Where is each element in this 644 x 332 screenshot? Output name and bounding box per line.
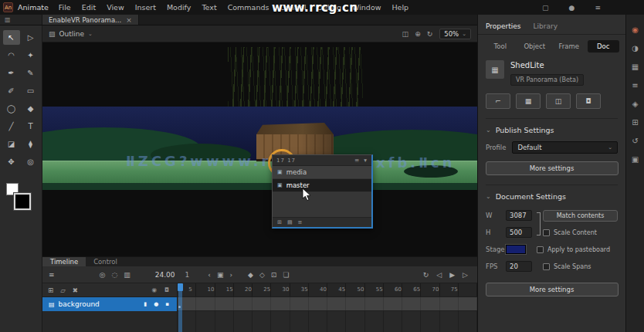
- menu-edit[interactable]: Edit: [76, 0, 101, 15]
- menu-help[interactable]: Help: [386, 0, 414, 15]
- tab-timeline[interactable]: Timeline: [42, 257, 86, 266]
- components-panel-icon[interactable]: ▣: [632, 155, 639, 164]
- tab-properties[interactable]: Properties: [486, 22, 520, 34]
- rectangle-tool[interactable]: ▭: [22, 83, 39, 98]
- scene-breadcrumb[interactable]: Outline: [59, 30, 85, 38]
- snap-icon[interactable]: ◘: [576, 93, 601, 109]
- doc-more-settings-button[interactable]: More settings: [486, 283, 619, 296]
- brush-tool[interactable]: ✐: [3, 83, 20, 98]
- tab-frame[interactable]: Frame: [553, 40, 585, 53]
- frame-ruler[interactable]: 51015202530354045505560657075: [178, 283, 477, 296]
- play-icon[interactable]: ▶: [449, 271, 455, 279]
- menu-modify[interactable]: Modify: [161, 0, 196, 15]
- tab-doc[interactable]: Doc: [588, 40, 620, 53]
- tab-tool[interactable]: Tool: [484, 40, 517, 53]
- workspace-icon[interactable]: ▢: [542, 4, 549, 12]
- pin-view-icon[interactable]: ⌐: [486, 93, 510, 109]
- color-panel-icon[interactable]: ◑: [632, 44, 639, 53]
- cc-libraries-icon[interactable]: ◉: [632, 25, 639, 34]
- panel-menu-icon[interactable]: ▥: [0, 15, 42, 25]
- library-item-master[interactable]: ▣master: [273, 179, 371, 192]
- menu-text[interactable]: Text: [196, 0, 222, 15]
- delete-layer-icon[interactable]: ✖: [73, 286, 78, 294]
- line-tool[interactable]: ╱: [3, 119, 20, 134]
- profile-select[interactable]: Default ⌄: [512, 141, 618, 154]
- pencil-tool[interactable]: ✎: [22, 66, 39, 80]
- eyedropper-tool[interactable]: ⧫: [22, 137, 39, 151]
- grid-icon[interactable]: ▦: [516, 93, 541, 109]
- hand-tool[interactable]: ✥: [3, 154, 20, 169]
- stroke-color-swatch[interactable]: [14, 193, 31, 210]
- history-panel-icon[interactable]: ↺: [632, 137, 638, 145]
- document-tab[interactable]: EnableVR Panorama... ×: [42, 15, 139, 25]
- eraser-tool[interactable]: ◪: [3, 137, 20, 151]
- loop-icon[interactable]: ↻: [423, 271, 429, 279]
- popup-dropdown-icon[interactable]: ▾: [364, 157, 368, 164]
- onion-outlines-icon[interactable]: ◌: [111, 271, 117, 279]
- selection-tool[interactable]: ↖: [3, 30, 20, 45]
- menu-view[interactable]: View: [101, 0, 130, 15]
- library-popup[interactable]: 17 17 ≡▾ ▣media▣master ⊞▤≡: [272, 154, 373, 229]
- insert-keyframe-icon[interactable]: ◆: [248, 271, 253, 279]
- insert-blank-keyframe-icon[interactable]: ◇: [259, 271, 265, 279]
- new-folder-icon[interactable]: ▤: [287, 219, 293, 225]
- scale-spans-checkbox[interactable]: [543, 263, 550, 270]
- zoom-select[interactable]: 50% ⌄: [439, 29, 471, 39]
- lock-column-icon[interactable]: ◘: [164, 286, 169, 293]
- layer-lock-dot[interactable]: ▪: [165, 301, 169, 307]
- show-hide-column-icon[interactable]: ◉: [152, 286, 158, 293]
- text-tool[interactable]: T: [22, 119, 39, 134]
- app-menu-icon[interactable]: ≡: [595, 4, 601, 12]
- paint-bucket-tool[interactable]: ◆: [22, 101, 39, 116]
- layer-background[interactable]: ▤ background ▮●▪: [42, 297, 178, 311]
- menu-commands[interactable]: Commands: [222, 0, 275, 15]
- height-value[interactable]: 500: [506, 227, 532, 238]
- link-dimensions-icon[interactable]: [537, 212, 541, 235]
- frames-empty[interactable]: [178, 311, 477, 332]
- playhead[interactable]: [178, 283, 182, 332]
- align-panel-icon[interactable]: ≡: [632, 81, 638, 90]
- new-folder-icon[interactable]: ▱: [60, 286, 66, 294]
- step-forward-icon[interactable]: ›: [229, 271, 232, 279]
- subselection-tool[interactable]: ▷: [22, 30, 39, 45]
- tab-library[interactable]: Library: [533, 22, 557, 34]
- camera-icon[interactable]: ◫: [402, 30, 409, 38]
- close-tab-icon[interactable]: ×: [126, 16, 132, 24]
- frame-label-icon[interactable]: ❏: [283, 271, 289, 279]
- layer-visibility-dot[interactable]: ●: [154, 301, 158, 307]
- tab-object[interactable]: Object: [519, 40, 551, 53]
- guides-icon[interactable]: ◫: [546, 93, 571, 109]
- magic-wand-tool[interactable]: ✦: [22, 48, 39, 63]
- match-contents-button[interactable]: Match contents: [543, 210, 618, 222]
- new-layer-icon[interactable]: ⊞: [48, 286, 53, 294]
- stage-color-swatch[interactable]: [506, 245, 526, 254]
- publish-settings-section[interactable]: ⌄ Publish Settings: [486, 118, 618, 134]
- onion-skin-icon[interactable]: ◎: [100, 271, 106, 279]
- edit-multiple-frames-icon[interactable]: ▥: [124, 271, 130, 279]
- stage-canvas[interactable]: ▨ Outline ⌄ ◫⊕↻ 50% ⌄: [42, 25, 477, 256]
- current-frame-icon[interactable]: ▣: [217, 271, 224, 279]
- prev-frame-icon[interactable]: ◁: [436, 271, 442, 279]
- item-properties-icon[interactable]: ≡: [298, 219, 303, 225]
- transform-panel-icon[interactable]: ⊞: [632, 118, 638, 127]
- oval-tool[interactable]: ◯: [3, 101, 20, 116]
- zoom-tool[interactable]: ◎: [22, 154, 39, 169]
- width-value[interactable]: 3087: [506, 210, 532, 221]
- next-frame-icon[interactable]: ▷: [463, 271, 468, 279]
- layers-icon[interactable]: ≡: [49, 271, 55, 279]
- frame-view-icon[interactable]: ⊡: [271, 271, 277, 279]
- lasso-tool[interactable]: ◠: [3, 48, 20, 63]
- center-stage-icon[interactable]: ⊕: [415, 30, 421, 38]
- fps-display[interactable]: 24.00: [155, 271, 175, 279]
- frames-area[interactable]: [178, 297, 477, 311]
- info-panel-icon[interactable]: ◈: [632, 100, 639, 108]
- publish-more-settings-button[interactable]: More settings: [486, 161, 619, 175]
- layer-highlight-toggle[interactable]: ▮: [144, 301, 147, 307]
- popup-list-icon[interactable]: ≡: [354, 157, 360, 164]
- swatches-panel-icon[interactable]: ▦: [632, 63, 639, 71]
- document-type-select[interactable]: VR Panorama (Beta): [510, 74, 584, 86]
- library-item-media[interactable]: ▣media: [273, 166, 371, 179]
- fps-value[interactable]: 20: [506, 261, 532, 272]
- menu-file[interactable]: File: [53, 0, 76, 15]
- scale-content-checkbox[interactable]: [543, 229, 550, 236]
